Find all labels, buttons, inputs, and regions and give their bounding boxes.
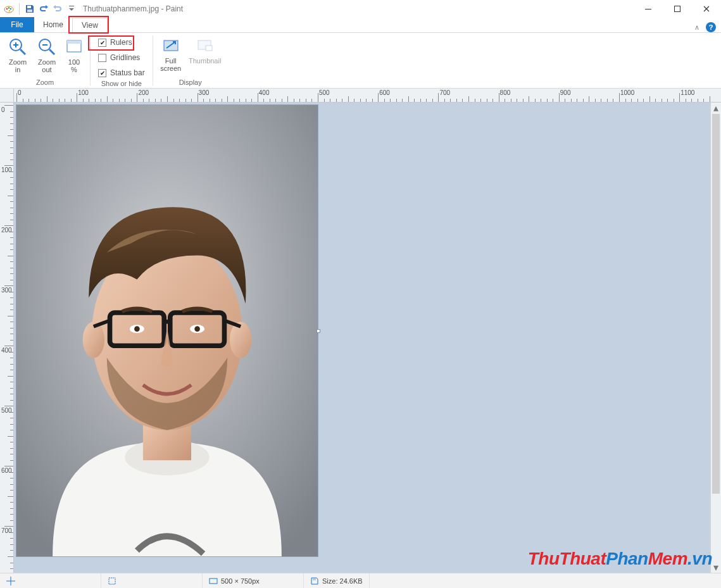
svg-line-15 xyxy=(49,49,54,54)
statusbar-label: Status bar xyxy=(110,68,145,77)
zoom-100-button[interactable]: 100 % xyxy=(62,34,86,78)
ribbon-group-display: Full screen Thumbnail Display xyxy=(153,33,228,88)
watermark: ThuThuatPhanMem.vn xyxy=(528,549,712,569)
ribbon-group-show-hide: ✔ Rulers Gridlines ✔ Status bar Show or … xyxy=(91,33,153,88)
show-hide-group-label: Show or hide xyxy=(101,80,142,89)
selection-icon xyxy=(108,577,116,585)
portrait-photo xyxy=(16,105,318,556)
undo-icon[interactable] xyxy=(37,3,50,15)
svg-point-4 xyxy=(9,10,10,11)
horizontal-ruler: 010020030040050060070080090010001100 xyxy=(14,89,721,103)
scroll-down-icon[interactable]: ▾ xyxy=(711,562,721,573)
redo-icon[interactable] xyxy=(51,3,64,15)
svg-line-11 xyxy=(20,49,25,54)
vertical-ruler: 0100200300400500600700800 xyxy=(0,103,14,573)
display-group-label: Display xyxy=(179,78,202,88)
full-screen-label: Full screen xyxy=(160,57,181,72)
ribbon: Zoom in Zoom out 100 % Zoom ✔ Rulers Gri… xyxy=(0,33,721,89)
window-controls xyxy=(634,0,721,18)
svg-rect-38 xyxy=(210,579,217,584)
tab-home[interactable]: Home xyxy=(34,17,72,32)
svg-rect-21 xyxy=(206,46,212,51)
checkbox-icon xyxy=(98,54,106,62)
zoom-out-button[interactable]: Zoom out xyxy=(33,34,61,78)
vertical-scrollbar[interactable]: ▴ ▾ xyxy=(710,103,721,573)
status-canvas-dimensions: 500 × 750px xyxy=(203,573,304,588)
svg-point-3 xyxy=(10,8,11,9)
thumbnail-button[interactable]: Thumbnail xyxy=(186,34,224,78)
status-selection-size xyxy=(101,573,203,588)
full-screen-button[interactable]: Full screen xyxy=(157,34,185,78)
ribbon-group-zoom: Zoom in Zoom out 100 % Zoom xyxy=(0,33,90,88)
ruler-corner xyxy=(0,89,14,103)
canvas-viewport[interactable]: ▴ ▾ xyxy=(14,103,721,573)
collapse-ribbon-icon[interactable]: ∧ xyxy=(694,23,699,32)
qat-customize-icon[interactable] xyxy=(65,3,78,15)
rulers-label: Rulers xyxy=(110,38,132,47)
status-file-size: Size: 24.6KB xyxy=(304,573,370,588)
scroll-thumb[interactable] xyxy=(712,114,720,494)
svg-rect-6 xyxy=(27,9,32,12)
checkbox-icon: ✔ xyxy=(98,69,106,77)
zoom-100-label: 100 % xyxy=(68,58,80,73)
thumbnail-label: Thumbnail xyxy=(189,57,221,65)
quick-access-toolbar xyxy=(0,3,78,15)
save-icon[interactable] xyxy=(23,3,36,15)
svg-rect-9 xyxy=(675,6,680,12)
statusbar-checkbox[interactable]: ✔ Status bar xyxy=(94,66,149,80)
svg-point-2 xyxy=(8,7,9,8)
title-bar: Thuthuatphanmem.jpg - Paint xyxy=(0,0,721,18)
gridlines-checkbox[interactable]: Gridlines xyxy=(94,51,144,65)
maximize-button[interactable] xyxy=(663,0,692,18)
canvas-dims-text: 500 × 750px xyxy=(221,577,260,585)
resize-handle-right[interactable] xyxy=(317,329,320,333)
work-area: 010020030040050060070080090010001100 010… xyxy=(0,89,721,573)
gridlines-label: Gridlines xyxy=(110,53,140,62)
rulers-checkbox[interactable]: ✔ Rulers xyxy=(94,35,136,49)
zoom-group-label: Zoom xyxy=(36,78,54,88)
paint-app-icon xyxy=(3,3,15,15)
zoom-in-button[interactable]: Zoom in xyxy=(4,34,32,78)
svg-rect-8 xyxy=(645,9,651,9)
checkbox-icon: ✔ xyxy=(98,39,106,47)
help-icon[interactable]: ? xyxy=(706,22,716,32)
zoom-in-label: Zoom in xyxy=(9,58,27,73)
crosshair-icon xyxy=(6,577,15,585)
svg-rect-37 xyxy=(109,578,115,584)
disk-icon xyxy=(310,577,319,585)
minimize-button[interactable] xyxy=(634,0,663,18)
image-canvas[interactable] xyxy=(16,105,318,556)
tab-file[interactable]: File xyxy=(0,17,34,32)
zoom-out-label: Zoom out xyxy=(38,58,56,73)
status-bar: 500 × 750px Size: 24.6KB xyxy=(0,573,721,588)
status-cursor-position xyxy=(0,573,101,588)
tab-view[interactable]: View xyxy=(72,18,108,33)
svg-point-27 xyxy=(230,322,251,358)
ribbon-tabs: File Home View ∧ ? xyxy=(0,18,721,33)
svg-point-36 xyxy=(194,326,200,332)
svg-point-26 xyxy=(83,322,104,358)
svg-point-1 xyxy=(6,8,8,9)
dimensions-icon xyxy=(209,577,218,585)
svg-rect-7 xyxy=(69,6,74,6)
close-button[interactable] xyxy=(692,0,721,18)
scroll-up-icon[interactable]: ▴ xyxy=(711,103,721,113)
svg-rect-18 xyxy=(67,41,81,44)
window-title: Thuthuatphanmem.jpg - Paint xyxy=(83,4,183,13)
file-size-text: Size: 24.6KB xyxy=(322,577,363,585)
svg-rect-39 xyxy=(313,579,316,580)
svg-rect-5 xyxy=(27,6,31,8)
svg-point-34 xyxy=(134,326,140,332)
